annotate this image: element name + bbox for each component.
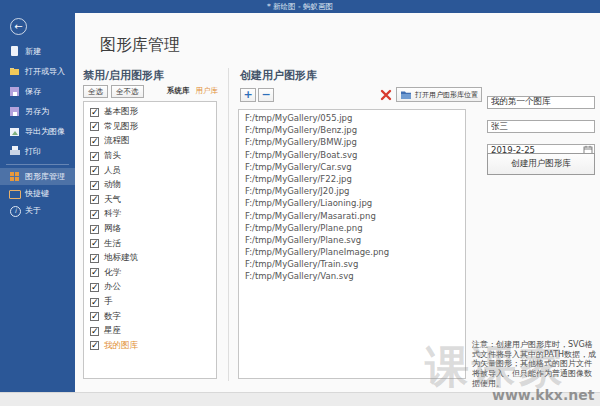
checkbox[interactable] <box>90 298 99 307</box>
remove-files-button[interactable]: − <box>258 88 274 102</box>
about-icon <box>9 205 20 216</box>
file-row[interactable]: F:/tmp/MyGallery/Liaoning.jpg <box>239 197 465 209</box>
file-row[interactable]: F:/tmp/MyGallery/055.jpg <box>239 112 465 124</box>
back-arrow-icon: ← <box>14 21 22 32</box>
create-gallery-button[interactable]: 创建用户图形库 <box>487 153 595 175</box>
file-row[interactable]: F:/tmp/MyGallery/BMW.jpg <box>239 136 465 148</box>
sidebar-menu-bottom: 图形库管理 快捷键 关于 <box>0 168 75 219</box>
checkbox[interactable] <box>90 283 99 292</box>
system-library-tab[interactable]: 系统库 <box>167 86 190 96</box>
sidebar-item[interactable]: 新建 <box>0 41 75 61</box>
gallery-file-list[interactable]: F:/tmp/MyGallery/055.jpgF:/tmp/MyGallery… <box>238 109 466 379</box>
titlebar: * 新绘图 - 蚂蚁画图 <box>0 0 600 13</box>
checkbox[interactable] <box>90 152 99 161</box>
keyboard-icon <box>9 188 20 199</box>
library-item-row[interactable]: 箭头 <box>84 149 216 164</box>
sidebar-item[interactable]: 图形库管理 <box>0 168 75 185</box>
checkbox[interactable] <box>90 254 99 263</box>
checkbox[interactable] <box>90 210 99 219</box>
library-item-row[interactable]: 化学 <box>84 266 216 281</box>
open-icon <box>9 66 20 77</box>
gallery-form <box>487 89 595 162</box>
sidebar-item[interactable]: 打印 <box>0 141 75 161</box>
checkbox[interactable] <box>90 166 99 175</box>
gallery-name-input[interactable] <box>487 96 595 109</box>
file-row[interactable]: F:/tmp/MyGallery/Car.svg <box>239 161 465 173</box>
page-title: 图形库管理 <box>100 35 180 56</box>
sidebar-item[interactable]: 打开或导入 <box>0 61 75 81</box>
file-row[interactable]: F:/tmp/MyGallery/Boat.svg <box>239 149 465 161</box>
checkbox[interactable] <box>90 181 99 190</box>
sidebar-item[interactable]: 关于 <box>0 202 75 219</box>
library-item-row[interactable]: 基本图形 <box>84 105 216 120</box>
create-gallery-heading: 创建用户图形库 <box>240 68 317 83</box>
new-icon <box>9 46 20 57</box>
checkbox[interactable] <box>90 195 99 204</box>
library-icon <box>9 171 20 182</box>
checkbox[interactable] <box>90 312 99 321</box>
print-icon <box>9 146 20 157</box>
checkbox[interactable] <box>90 268 99 277</box>
select-all-button[interactable]: 全选 <box>83 85 108 98</box>
backstage-sidebar: ← 新建 打开或导入 保存 另存为 导出为图像 打印 图形库管理 快捷键 关于 <box>0 13 75 392</box>
file-row[interactable]: F:/tmp/MyGallery/F22.jpg <box>239 173 465 185</box>
library-item-row[interactable]: 生活 <box>84 236 216 251</box>
checkbox[interactable] <box>90 108 99 117</box>
file-row[interactable]: F:/tmp/MyGallery/Benz.jpg <box>239 124 465 136</box>
sidebar-item[interactable]: 导出为图像 <box>0 121 75 141</box>
checkbox[interactable] <box>90 327 99 336</box>
author-input[interactable] <box>487 120 595 133</box>
file-row[interactable]: F:/tmp/MyGallery/Plane.png <box>239 222 465 234</box>
open-gallery-location-button[interactable]: 打开用户图形库位置 <box>396 87 482 102</box>
library-item-row[interactable]: 天气 <box>84 193 216 208</box>
export-icon <box>9 126 20 137</box>
file-row[interactable]: F:/tmp/MyGallery/Train.svg <box>239 258 465 270</box>
file-row[interactable]: F:/tmp/MyGallery/Plane.svg <box>239 234 465 246</box>
checkbox[interactable] <box>90 137 99 146</box>
library-item-row[interactable]: 人员 <box>84 163 216 178</box>
library-item-row[interactable]: 流程图 <box>84 134 216 149</box>
checkbox[interactable] <box>90 341 99 350</box>
library-item-row[interactable]: 地标建筑 <box>84 251 216 266</box>
library-item-row[interactable]: 手 <box>84 295 216 310</box>
user-library-tab[interactable]: 用户库 <box>196 86 219 96</box>
panel-divider <box>228 68 229 381</box>
library-item-row[interactable]: 办公 <box>84 280 216 295</box>
checkbox[interactable] <box>90 122 99 131</box>
library-item-row[interactable]: 我的图库 <box>84 339 216 354</box>
back-button[interactable]: ← <box>10 18 27 35</box>
library-item-row[interactable]: 星座 <box>84 324 216 339</box>
clear-files-button[interactable] <box>378 88 393 102</box>
library-item-row[interactable]: 数字 <box>84 309 216 324</box>
save-icon <box>9 86 20 97</box>
checkbox[interactable] <box>90 239 99 248</box>
sidebar-item[interactable]: 保存 <box>0 81 75 101</box>
note-text: 注意：创建用户图形库时，SVG格式文件将导入其中的PATH数据，成为矢量图形；其… <box>472 340 599 389</box>
library-item-row[interactable]: 网络 <box>84 222 216 237</box>
saveas-icon <box>9 106 20 117</box>
sidebar-item[interactable]: 另存为 <box>0 101 75 121</box>
open-gallery-location-label: 打开用户图形库位置 <box>415 90 478 100</box>
library-toolbar: 全选 全不选 系统库 用户库 <box>83 84 218 98</box>
library-item-row[interactable]: 科学 <box>84 207 216 222</box>
select-none-button[interactable]: 全不选 <box>111 85 144 98</box>
create-toolbar: + − 打开用户图形库位置 <box>240 87 482 102</box>
file-row[interactable]: F:/tmp/MyGallery/PlaneImage.png <box>239 246 465 258</box>
file-row[interactable]: F:/tmp/MyGallery/Masarati.png <box>239 210 465 222</box>
add-files-button[interactable]: + <box>240 88 256 102</box>
library-checkbox-list[interactable]: 基本图形 常见图形 流程图 箭头 人员 动物 天气 科学 网络 生活 地标建筑 … <box>83 101 217 379</box>
enable-disable-heading: 禁用/启用图形库 <box>83 68 164 83</box>
window-title: * 新绘图 - 蚂蚁画图 <box>267 2 333 11</box>
library-item-row[interactable]: 动物 <box>84 178 216 193</box>
sidebar-item[interactable]: 快捷键 <box>0 185 75 202</box>
file-row[interactable]: F:/tmp/MyGallery/J20.jpg <box>239 185 465 197</box>
red-cross-icon <box>380 89 392 101</box>
checkbox[interactable] <box>90 225 99 234</box>
file-row[interactable]: F:/tmp/MyGallery/Van.svg <box>239 270 465 282</box>
library-item-row[interactable]: 常见图形 <box>84 120 216 135</box>
folder-icon <box>400 90 412 100</box>
app-window: * 新绘图 - 蚂蚁画图 ← 新建 打开或导入 保存 另存为 导出为图像 打印 … <box>0 0 600 406</box>
window-footer <box>0 392 600 406</box>
library-management-page: 图形库管理 禁用/启用图形库 全选 全不选 系统库 用户库 基本图形 常见图形 … <box>75 13 600 392</box>
sidebar-menu-top: 新建 打开或导入 保存 另存为 导出为图像 打印 <box>0 41 75 161</box>
